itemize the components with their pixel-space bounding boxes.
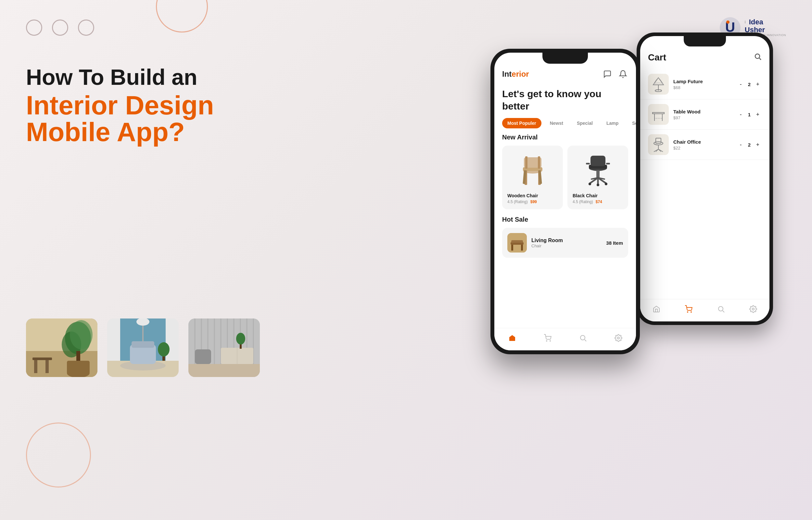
back-nav-search-icon[interactable] (717, 305, 726, 314)
svg-marker-44 (653, 78, 664, 85)
svg-rect-19 (132, 341, 154, 348)
app-tabs: Most Populer Newst Special Lamp Sc (494, 118, 636, 134)
tab-most-popular[interactable]: Most Populer (502, 118, 541, 128)
front-nav-settings-icon[interactable] (614, 334, 623, 342)
table-minus-btn[interactable]: - (737, 110, 745, 118)
front-nav-cart-icon[interactable] (543, 334, 552, 342)
cart-item-lamp-img (648, 74, 669, 95)
svg-line-94 (585, 340, 586, 341)
room-image-1 (26, 318, 97, 377)
table-plus-btn[interactable]: + (754, 110, 762, 118)
back-nav-settings-icon[interactable] (749, 305, 758, 314)
wooden-chair-meta: 4.5 (Rating) $99 (507, 200, 558, 204)
deco-circle-3 (78, 20, 94, 36)
phone-front-notch (542, 53, 588, 64)
black-chair-price: $74 (596, 200, 602, 204)
front-nav-home-icon[interactable] (508, 334, 517, 342)
hot-sale-title: Hot Sale (494, 216, 636, 228)
tab-lamp[interactable]: Lamp (601, 118, 624, 128)
chair-office-plus-btn[interactable]: + (754, 141, 762, 149)
message-icon[interactable] (602, 69, 613, 79)
front-nav-search-icon[interactable] (579, 334, 588, 342)
lamp-price: $68 (673, 85, 732, 90)
back-nav-cart-icon[interactable] (684, 305, 693, 314)
bell-icon[interactable] (618, 69, 628, 79)
new-arrival-title: New Arrival (494, 134, 636, 146)
table-name: Table Wood (673, 109, 732, 114)
decorative-circles (26, 20, 94, 36)
svg-point-91 (546, 341, 547, 341)
chair-office-minus-btn[interactable]: - (737, 141, 745, 149)
svg-rect-39 (195, 349, 211, 364)
table-qty: 1 (748, 112, 751, 117)
lamp-plus-btn[interactable]: + (754, 80, 762, 88)
product-card-wooden-chair[interactable]: Wooden Chair 4.5 (Rating) $99 (502, 146, 563, 209)
cart-item-lamp: Lamp Future $68 - 2 + (640, 69, 769, 100)
cart-item-chair-office-img (648, 134, 669, 155)
hot-sale-room-sub: Chair (531, 243, 601, 248)
lamp-minus-btn[interactable]: - (737, 80, 745, 88)
svg-point-83 (597, 184, 599, 186)
phone-back-notch (684, 36, 726, 47)
room-scene-1-art (26, 318, 97, 377)
chair-office-qty: 2 (748, 142, 751, 148)
back-nav-home-icon[interactable] (652, 305, 661, 314)
svg-rect-7 (46, 360, 49, 373)
logo-idea-text: Idea (749, 18, 763, 26)
svg-point-62 (752, 308, 754, 310)
svg-rect-52 (656, 138, 661, 143)
svg-point-41 (236, 333, 245, 344)
room-image-3 (188, 318, 260, 377)
lamp-name: Lamp Future (673, 79, 732, 84)
chair-office-qty-control[interactable]: - 2 + (737, 141, 762, 149)
wooden-chair-rating: 4.5 (Rating) (507, 200, 528, 204)
table-price: $97 (673, 115, 732, 120)
svg-point-82 (605, 183, 607, 185)
svg-point-81 (589, 183, 591, 185)
cart-item-lamp-details: Lamp Future $68 (673, 79, 732, 90)
tab-newest[interactable]: Newst (545, 118, 568, 128)
svg-rect-36 (188, 364, 260, 377)
cart-search-icon[interactable] (754, 53, 762, 62)
app-brand-name: Interior (502, 70, 529, 79)
black-chair-rating: 4.5 (Rating) (572, 200, 593, 204)
hero-line2: Interior Design (26, 92, 227, 119)
svg-point-95 (617, 337, 619, 339)
black-chair-name: Black Chair (572, 193, 623, 198)
svg-point-60 (719, 307, 723, 311)
deco-circle-orange-bottom (26, 422, 91, 488)
lamp-qty-control[interactable]: - 2 + (737, 80, 762, 88)
cart-item-chair-office-details: Chair Office $22 (673, 139, 732, 151)
svg-point-10 (70, 320, 92, 349)
black-chair-svg (583, 152, 613, 188)
svg-rect-74 (590, 156, 606, 166)
lamp-qty: 2 (748, 82, 751, 87)
room-scene-1 (26, 318, 97, 377)
hot-sale-item-living-room[interactable]: Living Room Chair 38 Item (502, 228, 628, 258)
tab-special[interactable]: Special (572, 118, 598, 128)
room-images-row (26, 318, 260, 377)
cart-item-table-details: Table Wood $97 (673, 109, 732, 120)
hot-sale-count-block: 38 Item (606, 240, 623, 246)
hot-sale-room-name: Living Room (531, 238, 601, 243)
room-scene-3 (188, 318, 260, 377)
chair-office-price: $22 (673, 146, 732, 151)
phone-front: Interior (491, 49, 640, 354)
app-header-icons (602, 69, 628, 79)
app-greeting: Let's get to know you better (494, 84, 636, 118)
hot-sale-living-room-info: Living Room Chair (531, 238, 601, 248)
svg-rect-85 (606, 163, 610, 164)
tab-sc[interactable]: Sc (627, 118, 636, 128)
svg-rect-5 (32, 358, 52, 360)
room-scene-3-art (188, 318, 260, 377)
table-qty-control[interactable]: - 1 + (737, 110, 762, 118)
room-scene-2 (107, 318, 179, 377)
black-chair-image (572, 151, 623, 190)
svg-rect-84 (586, 163, 590, 164)
product-card-black-chair[interactable]: Black Chair 4.5 (Rating) $74 (567, 146, 628, 209)
front-phone-bottom-nav (494, 328, 636, 350)
svg-point-58 (687, 312, 688, 312)
table-icon (651, 107, 666, 122)
logo-i-letter: i (745, 20, 746, 24)
hot-sale-count: 38 Item (606, 240, 623, 246)
